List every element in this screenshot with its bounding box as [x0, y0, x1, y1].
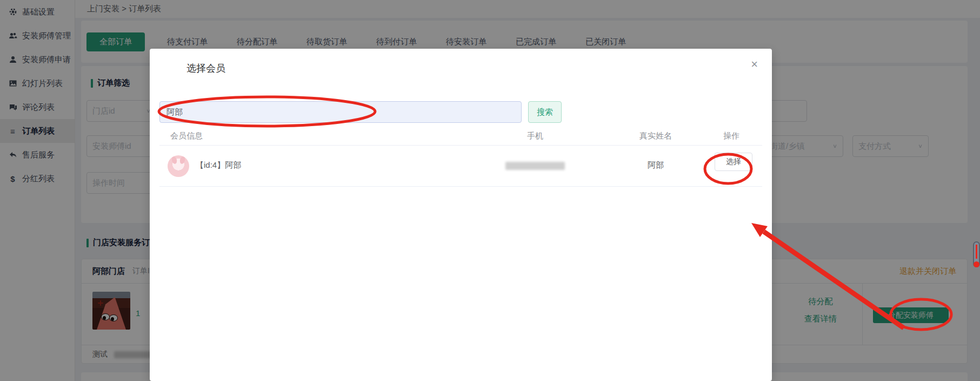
column-phone: 手机 — [492, 131, 578, 141]
member-select-dialog: 选择会员 × 搜索 会员信息 手机 真实姓名 操作 【id:4】阿部 阿部 选择 — [150, 49, 772, 381]
member-name: 【id:4】阿部 — [196, 160, 241, 170]
thermometer-bulb — [974, 261, 979, 267]
thermometer-stem — [976, 245, 977, 259]
column-real-name: 真实姓名 — [612, 131, 699, 141]
select-member-button[interactable]: 选择 — [715, 153, 752, 171]
close-icon[interactable]: × — [751, 58, 758, 70]
column-member-info: 会员信息 — [170, 131, 203, 141]
member-search-input[interactable] — [159, 101, 522, 123]
column-action: 操作 — [699, 131, 764, 141]
member-avatar — [168, 155, 189, 177]
redacted-phone — [505, 162, 565, 170]
member-row: 【id:4】阿部 阿部 选择 — [159, 145, 762, 187]
page: 基础设置 安装师傅管理 安装师傅申请 幻灯片列表 评论列表 — [0, 0, 980, 381]
member-real-name: 阿部 — [612, 160, 699, 170]
search-button[interactable]: 搜索 — [528, 101, 562, 123]
thermometer-indicator — [973, 241, 980, 267]
dialog-title: 选择会员 — [186, 62, 225, 75]
